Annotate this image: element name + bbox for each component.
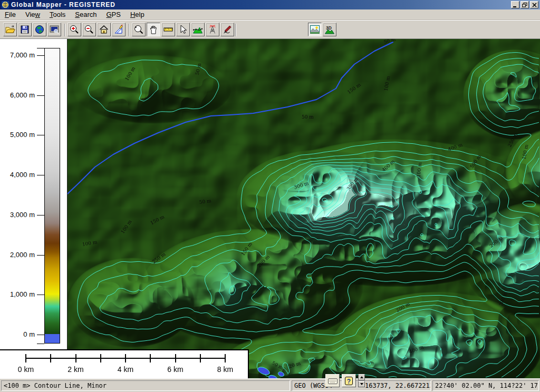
menu-file[interactable]: File xyxy=(0,9,21,19)
menu-help[interactable]: Help xyxy=(126,9,149,19)
scale-bar-tick xyxy=(50,354,51,362)
legend-tick-mark xyxy=(37,135,44,135)
scale-bar-tick xyxy=(100,354,101,362)
menu-bar: FileViewToolsSearchGPSHelp xyxy=(0,9,540,20)
legend-end-tick xyxy=(37,344,44,344)
toolbar-separator xyxy=(129,24,130,36)
elevation-gradient xyxy=(45,48,60,335)
minimize-button[interactable] xyxy=(511,1,519,8)
online-data-button[interactable] xyxy=(33,23,46,36)
draw-tool-button[interactable] xyxy=(112,23,126,36)
workspace: 7,000 m6,000 m5,000 m4,000 m3,000 m2,000… xyxy=(0,39,540,378)
elevation-colorbar xyxy=(44,48,60,344)
map-canvas[interactable] xyxy=(68,39,540,378)
gps-button[interactable] xyxy=(206,23,219,36)
down-arrow-icon xyxy=(360,383,363,385)
window-title: Global Mapper - REGISTERED xyxy=(11,1,115,8)
toolbar-separator xyxy=(64,24,65,36)
hand-icon xyxy=(148,24,159,35)
feature-info-text: <100 m> Contour Line, Minor xyxy=(4,382,107,389)
zoom-in-icon xyxy=(69,24,80,35)
scale-bar-tick xyxy=(200,354,201,362)
zoom-tool-button[interactable] xyxy=(132,23,146,36)
help-button[interactable]: ? xyxy=(342,374,356,387)
pan-tool-button[interactable] xyxy=(147,23,160,36)
save-button[interactable] xyxy=(18,23,32,36)
keyboard-entry-button[interactable] xyxy=(325,374,340,387)
ruler-icon xyxy=(163,24,173,35)
scale-bar-label: 4 km xyxy=(110,365,141,374)
legend-tick-mark xyxy=(37,335,44,335)
up-arrow-icon xyxy=(360,376,363,378)
position-panel: 22?40' 02.00" N, 114?22' 17.89" E xyxy=(432,380,539,391)
menu-search[interactable]: Search xyxy=(70,9,101,19)
title-bar: Global Mapper - REGISTERED xyxy=(0,0,540,9)
legend-tick-label: 3,000 m xyxy=(1,211,35,219)
toolbar: Global Shader ▼ 3D xyxy=(0,20,540,39)
scale-bar-label: 8 km xyxy=(209,365,241,374)
scale-bar-label: 0 km xyxy=(10,365,42,374)
cursor-coords-text: 163737, 22.66722137 ) xyxy=(365,382,431,389)
spinner-up-button[interactable] xyxy=(358,374,365,380)
path-profile-button[interactable] xyxy=(191,23,205,36)
minimize-icon xyxy=(513,3,518,7)
screen-capture-icon xyxy=(49,24,60,35)
scale-bar-tick xyxy=(225,354,226,362)
legend-tick-mark xyxy=(37,55,44,56)
map-area[interactable]: 50 m100 m50 m150 m100 m50 m50 m300 m400 … xyxy=(68,39,540,378)
status-bar: <100 m> Contour Line, Minor GEO (WGS84 1… xyxy=(0,378,540,392)
zoom-tool-icon xyxy=(133,24,144,35)
legend-tick-label: 2,000 m xyxy=(1,251,35,259)
legend-tick-label: 0 m xyxy=(1,330,35,338)
terrain-profile-icon xyxy=(192,24,203,35)
legend-end-tick xyxy=(37,48,44,48)
globe-icon xyxy=(34,24,45,35)
legend-tick-mark xyxy=(37,215,44,215)
menu-gps[interactable]: GPS xyxy=(101,9,125,19)
menu-view[interactable]: View xyxy=(21,9,45,19)
menu-tools[interactable]: Tools xyxy=(45,9,70,19)
digitizer-button[interactable] xyxy=(220,23,234,36)
global-mapper-window: Global Mapper - REGISTERED FileViewTools… xyxy=(0,0,540,392)
keyboard-icon xyxy=(328,378,338,384)
measure-tool-button[interactable] xyxy=(161,23,175,36)
imagery-icon xyxy=(310,24,320,35)
pen-icon xyxy=(222,24,233,35)
legend-tick-label: 7,000 m xyxy=(1,51,35,59)
zoom-out-icon xyxy=(84,24,94,35)
open-button[interactable] xyxy=(3,23,17,36)
save-icon xyxy=(20,24,30,35)
arrow-icon xyxy=(178,24,188,35)
3d-view-button[interactable]: 3D xyxy=(323,23,336,36)
restore-button[interactable] xyxy=(520,1,529,8)
legend-tick-label: 1,000 m xyxy=(1,290,35,298)
antenna-icon xyxy=(207,24,218,35)
select-tool-button[interactable] xyxy=(176,23,190,36)
scale-bar-tick xyxy=(150,354,151,362)
show-images-button[interactable] xyxy=(308,23,322,36)
3d-icon: 3D xyxy=(324,24,335,35)
legend-tick-label: 5,000 m xyxy=(1,131,35,139)
zoom-out-button[interactable] xyxy=(82,23,96,36)
full-view-button[interactable] xyxy=(97,23,111,36)
scale-bar-tick xyxy=(125,354,126,362)
scale-bar-label: 2 km xyxy=(60,365,92,374)
scale-bar-label: 6 km xyxy=(160,365,191,374)
scale-bar-tick xyxy=(75,354,76,362)
elevation-legend: 7,000 m6,000 m5,000 m4,000 m3,000 m2,000… xyxy=(0,39,68,349)
scale-bar: 0 km2 km4 km6 km8 km xyxy=(0,349,249,378)
setsquare-icon xyxy=(113,24,124,35)
feature-info-panel: <100 m> Contour Line, Minor xyxy=(1,380,290,391)
zoom-in-button[interactable] xyxy=(68,23,81,36)
scale-bar-tick xyxy=(175,354,176,362)
legend-tick-mark xyxy=(37,95,44,96)
legend-tick-label: 6,000 m xyxy=(1,91,35,99)
help-icon: ? xyxy=(345,377,353,385)
toolbar-separator xyxy=(235,24,236,36)
close-icon xyxy=(532,3,537,7)
capture-button[interactable] xyxy=(47,23,61,36)
home-icon xyxy=(99,24,109,35)
close-button[interactable] xyxy=(530,1,538,8)
legend-tick-mark xyxy=(37,295,44,295)
spinner-down-button[interactable] xyxy=(358,381,365,387)
